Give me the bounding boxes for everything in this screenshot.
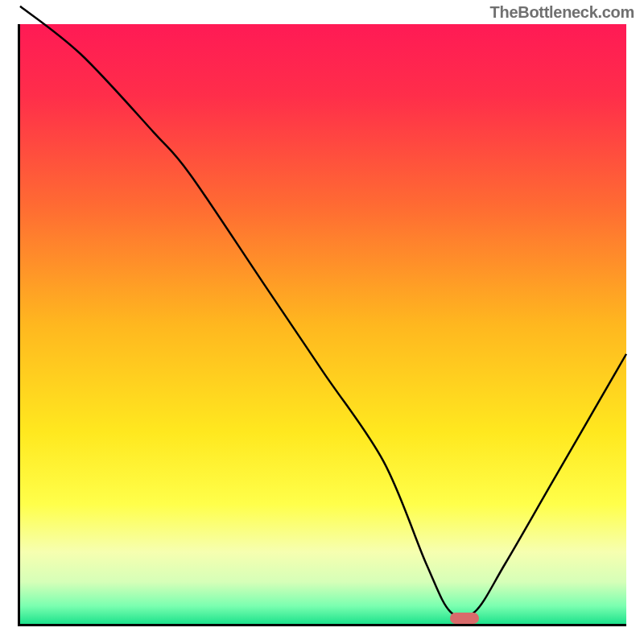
watermark-text: TheBottleneck.com	[490, 3, 634, 22]
plot-area	[18, 24, 626, 626]
bottleneck-curve	[20, 24, 626, 624]
optimal-marker	[450, 613, 479, 624]
